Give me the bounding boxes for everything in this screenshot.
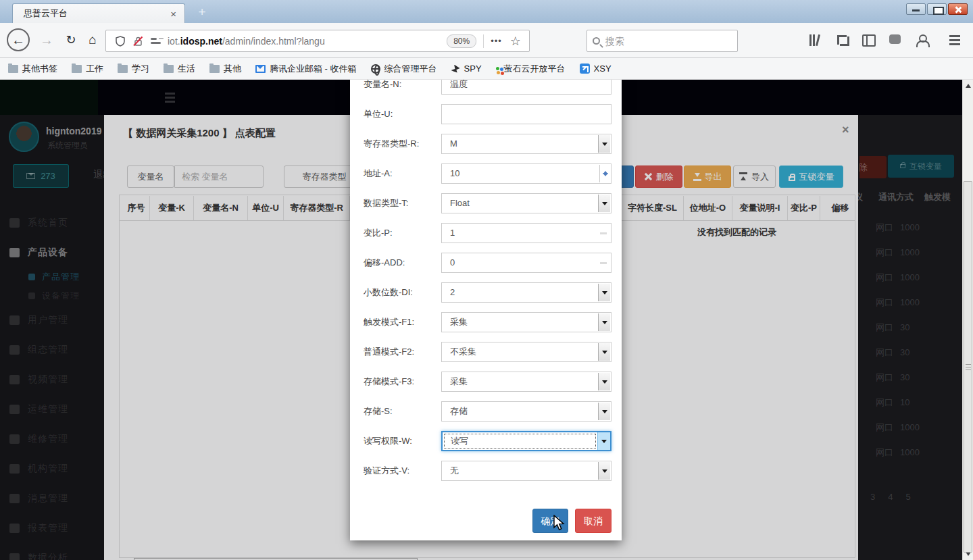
readonly-input[interactable]: 1 — [441, 223, 612, 243]
url-bar[interactable]: iot.idosp.net/admin/index.html?langu 80%… — [105, 30, 530, 52]
select-input[interactable]: M — [441, 134, 612, 154]
zoom-level-badge[interactable]: 80% — [447, 34, 476, 48]
tab-close-icon[interactable]: × — [169, 8, 178, 20]
forward-icon[interactable]: → — [35, 28, 58, 51]
column-header[interactable]: 序号 — [123, 196, 150, 220]
shield-icon[interactable] — [115, 36, 126, 47]
column-header[interactable]: 字符长度-SL — [622, 196, 684, 220]
logout-button[interactable]: 退出 — [93, 169, 104, 181]
dropdown-arrow-icon[interactable] — [598, 373, 610, 390]
sidebar-item[interactable]: 消息管理 — [0, 484, 104, 513]
sidebar-item[interactable]: 运维管理 — [0, 394, 104, 424]
column-header[interactable]: 位地址-O — [684, 196, 732, 220]
restore-button[interactable] — [927, 3, 947, 15]
library-icon[interactable] — [808, 34, 822, 47]
select-input[interactable]: 采集 — [441, 312, 612, 332]
messages-count-button[interactable]: 273 — [13, 164, 69, 188]
bookmark-item[interactable]: 工作 — [72, 63, 103, 75]
bg-delete-button[interactable]: 删除 — [859, 156, 887, 178]
bookmark-star-icon[interactable]: ☆ — [510, 34, 521, 49]
bookmark-item[interactable]: 学习 — [118, 63, 149, 75]
column-header[interactable]: 变量说明-I — [732, 196, 788, 220]
cancel-button[interactable]: 取消 — [575, 509, 612, 533]
select-input[interactable]: 存储 — [441, 401, 612, 422]
bookmark-item[interactable]: SPY — [451, 63, 482, 74]
app-hamburger-icon[interactable] — [165, 93, 175, 95]
select-input[interactable]: 2 — [441, 282, 612, 303]
select-input[interactable]: Float — [441, 193, 612, 213]
column-header[interactable]: 寄存器类型-R — [284, 196, 350, 220]
close-window-button[interactable] — [948, 3, 968, 15]
select-input[interactable]: 采集 — [441, 372, 612, 392]
sidebar-subitem[interactable]: 产品管理 — [0, 268, 104, 286]
toolbar-interlock-button[interactable]: 互锁变量 — [779, 166, 843, 188]
text-input[interactable]: 温度 — [441, 80, 612, 95]
minimize-button[interactable] — [906, 3, 926, 15]
bg-interlock-button[interactable]: 互锁变量 — [888, 155, 954, 178]
avatar[interactable] — [9, 122, 39, 152]
bookmark-item[interactable]: 综合管理平台 — [371, 63, 437, 75]
dropdown-arrow-icon[interactable] — [598, 403, 610, 420]
spinner-icon[interactable] — [599, 165, 610, 182]
account-icon[interactable] — [915, 34, 928, 47]
bookmark-item[interactable]: 其他 — [209, 63, 241, 75]
sidebar-subitem[interactable]: 设备管理 — [0, 286, 104, 305]
toolbar-import-button[interactable]: 导入 — [733, 166, 776, 188]
toolbar-export-button[interactable]: 导出 — [684, 166, 731, 188]
dropdown-arrow-icon[interactable] — [598, 284, 610, 301]
bookmark-item[interactable]: XSY — [580, 63, 612, 74]
dropdown-arrow-icon[interactable] — [598, 195, 610, 212]
dropdown-arrow-icon[interactable] — [598, 135, 610, 153]
column-header[interactable]: 变量-K — [150, 196, 194, 220]
sidebar-item[interactable]: 数据分析 — [0, 543, 104, 560]
sidebar-item[interactable]: 报表管理 — [0, 513, 104, 543]
column-header[interactable]: 偏移 — [820, 196, 858, 220]
number-input[interactable]: 10 — [441, 163, 612, 184]
dropdown-arrow-icon[interactable] — [598, 343, 610, 361]
browser-search[interactable] — [587, 30, 738, 52]
scrollbar-thumb[interactable] — [964, 181, 972, 553]
bg-page-link[interactable]: 3 — [870, 492, 875, 502]
select-input[interactable]: 无 — [441, 461, 612, 481]
permissions-icon[interactable] — [151, 37, 161, 45]
back-icon[interactable]: ← — [7, 28, 30, 51]
search-input[interactable] — [605, 36, 714, 47]
dropdown-arrow-icon[interactable] — [598, 462, 610, 480]
filter-search-input[interactable] — [174, 166, 264, 188]
messages-icon[interactable] — [889, 34, 901, 44]
home-icon[interactable]: ⌂ — [81, 28, 104, 51]
more-options-icon[interactable]: ••• — [491, 36, 502, 46]
toolbar-delete-button[interactable]: 删除 — [635, 166, 682, 188]
browser-tab[interactable]: 思普云平台 × — [12, 3, 185, 23]
menu-icon[interactable] — [949, 34, 962, 47]
select-input[interactable]: 不采集 — [441, 342, 612, 362]
column-header[interactable]: 变量名-N — [194, 196, 248, 220]
bookmark-item[interactable]: 生活 — [164, 63, 195, 75]
new-tab-button[interactable]: + — [193, 5, 211, 20]
column-header[interactable]: 变比-P — [788, 196, 820, 220]
reload-icon[interactable]: ↻ — [59, 28, 82, 51]
sidebar-item[interactable]: 视频管理 — [0, 365, 104, 394]
text-input[interactable] — [441, 104, 612, 124]
bg-page-link[interactable]: 4 — [888, 492, 893, 502]
dropdown-arrow-icon[interactable] — [597, 432, 610, 450]
bookmark-item[interactable]: 萤石云开放平台 — [496, 63, 566, 75]
url-text[interactable]: iot.idosp.net/admin/index.html?langu — [168, 36, 443, 47]
sidebar-item[interactable]: 产品设备 — [0, 238, 104, 268]
filter-name-button[interactable]: 变量名 — [127, 166, 174, 188]
dropdown-arrow-icon[interactable] — [598, 313, 610, 331]
insecure-lock-icon[interactable] — [132, 36, 143, 47]
sidebar-item[interactable]: 组态管理 — [0, 335, 104, 365]
select-input[interactable]: 读写 — [441, 431, 612, 451]
bookmark-item[interactable]: 其他书签 — [8, 63, 57, 75]
column-header[interactable]: 单位-U — [248, 196, 284, 220]
page-scrollbar[interactable] — [962, 80, 973, 560]
screenshot-icon[interactable] — [837, 34, 850, 47]
sidebar-item[interactable]: 机构管理 — [0, 454, 104, 484]
sidebar-item[interactable]: 维修管理 — [0, 424, 104, 454]
panel-close-icon[interactable]: × — [842, 123, 849, 137]
scroll-up-icon[interactable] — [966, 84, 971, 88]
sidebar-toggle-icon[interactable] — [862, 34, 876, 47]
readonly-input[interactable]: 0 — [441, 253, 612, 273]
bg-page-link[interactable]: 5 — [905, 492, 910, 502]
